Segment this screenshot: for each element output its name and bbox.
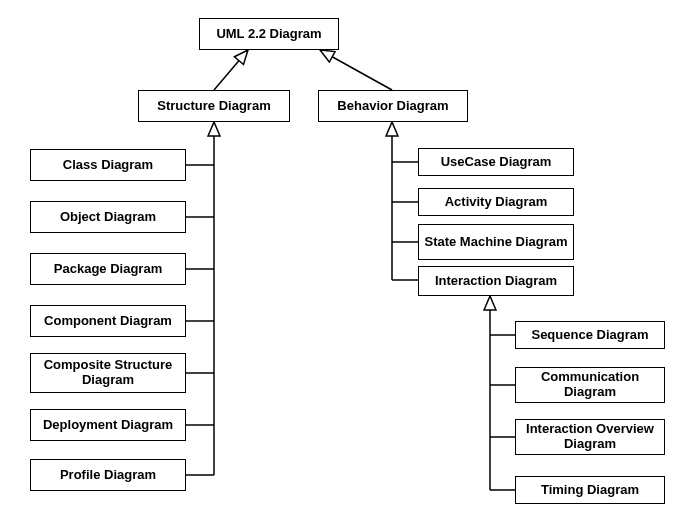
node-communication-diagram: Communication Diagram [515, 367, 665, 403]
node-composite-structure-diagram: Composite Structure Diagram [30, 353, 186, 393]
node-label: Profile Diagram [60, 468, 156, 483]
node-timing-diagram: Timing Diagram [515, 476, 665, 504]
node-label: Communication Diagram [520, 370, 660, 400]
node-label: Behavior Diagram [337, 99, 448, 114]
node-label: Activity Diagram [445, 195, 548, 210]
node-object-diagram: Object Diagram [30, 201, 186, 233]
node-label: Deployment Diagram [43, 418, 173, 433]
node-sequence-diagram: Sequence Diagram [515, 321, 665, 349]
node-label: Class Diagram [63, 158, 153, 173]
node-class-diagram: Class Diagram [30, 149, 186, 181]
node-behavior: Behavior Diagram [318, 90, 468, 122]
svg-line-1 [320, 50, 392, 90]
node-label: Component Diagram [44, 314, 172, 329]
node-label: Composite Structure Diagram [35, 358, 181, 388]
node-label: Object Diagram [60, 210, 156, 225]
node-activity-diagram: Activity Diagram [418, 188, 574, 216]
node-label: Sequence Diagram [531, 328, 648, 343]
node-deployment-diagram: Deployment Diagram [30, 409, 186, 441]
node-usecase-diagram: UseCase Diagram [418, 148, 574, 176]
svg-line-0 [214, 50, 248, 90]
node-label: UseCase Diagram [441, 155, 552, 170]
node-label: Interaction Overview Diagram [520, 422, 660, 452]
node-label: Structure Diagram [157, 99, 270, 114]
node-profile-diagram: Profile Diagram [30, 459, 186, 491]
node-label: Package Diagram [54, 262, 162, 277]
node-state-machine-diagram: State Machine Diagram [418, 224, 574, 260]
node-structure: Structure Diagram [138, 90, 290, 122]
node-package-diagram: Package Diagram [30, 253, 186, 285]
node-component-diagram: Component Diagram [30, 305, 186, 337]
node-interaction-overview-diagram: Interaction Overview Diagram [515, 419, 665, 455]
node-root: UML 2.2 Diagram [199, 18, 339, 50]
node-label: UML 2.2 Diagram [216, 27, 321, 42]
node-label: Timing Diagram [541, 483, 639, 498]
node-interaction-diagram: Interaction Diagram [418, 266, 574, 296]
node-label: State Machine Diagram [424, 235, 567, 250]
node-label: Interaction Diagram [435, 274, 557, 289]
